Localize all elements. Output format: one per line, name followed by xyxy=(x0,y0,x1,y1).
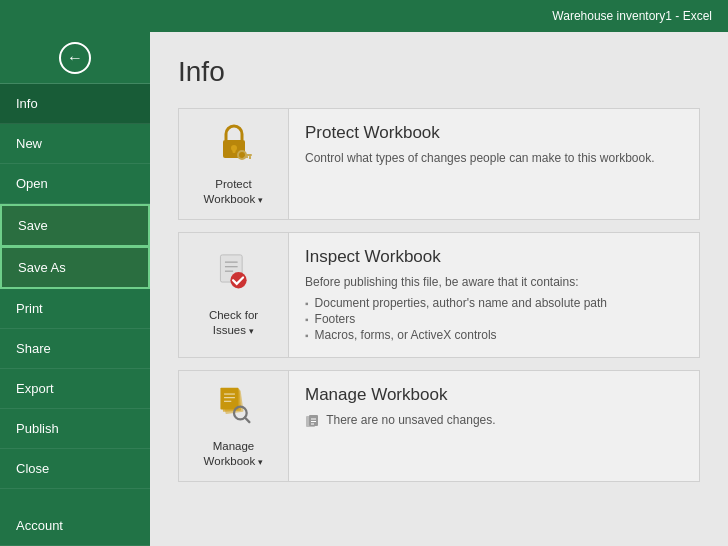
sidebar-item-publish[interactable]: Publish xyxy=(0,409,150,449)
sidebar-item-account[interactable]: Account xyxy=(0,506,150,546)
manage-icon xyxy=(215,383,253,433)
sidebar-item-info[interactable]: Info xyxy=(0,84,150,124)
svg-rect-5 xyxy=(249,156,251,159)
sidebar-item-new[interactable]: New xyxy=(0,124,150,164)
inspect-icon xyxy=(215,252,253,302)
list-item: Macros, forms, or ActiveX controls xyxy=(305,327,683,343)
title-bar-text: Warehouse inventory1 - Excel xyxy=(552,9,712,23)
manage-workbook-content: Manage Workbook There are no unsaved cha… xyxy=(289,371,699,481)
inspect-workbook-card: Check forIssues ▾ Inspect Workbook Befor… xyxy=(178,232,700,358)
inspect-workbook-title: Inspect Workbook xyxy=(305,247,683,267)
inspect-workbook-icon-area[interactable]: Check forIssues ▾ xyxy=(179,233,289,357)
svg-rect-4 xyxy=(245,154,252,156)
protect-workbook-icon-area[interactable]: ProtectWorkbook ▾ xyxy=(179,109,289,219)
content-area: Info P xyxy=(150,32,728,546)
sidebar-item-save-as[interactable]: Save As xyxy=(0,246,150,289)
manage-workbook-desc: There are no unsaved changes. xyxy=(305,411,683,429)
sidebar-item-open[interactable]: Open xyxy=(0,164,150,204)
sidebar-item-save[interactable]: Save xyxy=(0,204,150,247)
manage-workbook-title: Manage Workbook xyxy=(305,385,683,405)
lock-icon xyxy=(215,121,253,171)
manage-dropdown-arrow: ▾ xyxy=(258,457,263,467)
back-circle-icon: ← xyxy=(59,42,91,74)
manage-workbook-icon-area[interactable]: ManageWorkbook ▾ xyxy=(179,371,289,481)
protect-workbook-card: ProtectWorkbook ▾ Protect Workbook Contr… xyxy=(178,108,700,220)
check-issues-label[interactable]: Check forIssues ▾ xyxy=(209,308,258,338)
main-area: ← Info New Open Save Save As Print Share… xyxy=(0,32,728,546)
page-title: Info xyxy=(178,56,700,88)
title-bar: Warehouse inventory1 - Excel xyxy=(0,0,728,32)
sidebar-bottom: Account xyxy=(0,506,150,546)
protect-workbook-desc: Control what types of changes people can… xyxy=(305,149,683,167)
inspect-workbook-content: Inspect Workbook Before publishing this … xyxy=(289,233,699,357)
manage-workbook-label[interactable]: ManageWorkbook ▾ xyxy=(204,439,264,469)
svg-line-19 xyxy=(244,417,249,422)
list-item: Footers xyxy=(305,311,683,327)
list-item: Document properties, author's name and a… xyxy=(305,295,683,311)
protect-dropdown-arrow: ▾ xyxy=(258,195,263,205)
issues-dropdown-arrow: ▾ xyxy=(249,326,254,336)
sidebar-item-print[interactable]: Print xyxy=(0,289,150,329)
sidebar-item-share[interactable]: Share xyxy=(0,329,150,369)
back-button[interactable]: ← xyxy=(0,32,150,84)
inspect-list: Document properties, author's name and a… xyxy=(305,295,683,343)
inspect-workbook-desc: Before publishing this file, be aware th… xyxy=(305,273,683,291)
manage-workbook-card: ManageWorkbook ▾ Manage Workbook There a… xyxy=(178,370,700,482)
sidebar-item-close[interactable]: Close xyxy=(0,449,150,489)
protect-workbook-label[interactable]: ProtectWorkbook ▾ xyxy=(204,177,264,207)
svg-rect-2 xyxy=(232,148,235,153)
sidebar-item-export[interactable]: Export xyxy=(0,369,150,409)
svg-rect-14 xyxy=(220,388,238,410)
svg-rect-6 xyxy=(246,156,248,158)
protect-workbook-title: Protect Workbook xyxy=(305,123,683,143)
sidebar: ← Info New Open Save Save As Print Share… xyxy=(0,32,150,546)
protect-workbook-content: Protect Workbook Control what types of c… xyxy=(289,109,699,219)
